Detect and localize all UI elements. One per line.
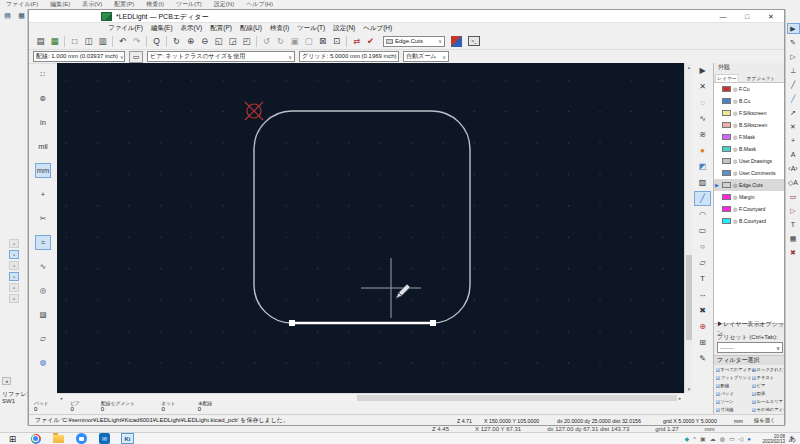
units-mils-icon[interactable]: mil: [35, 139, 51, 154]
checkbox-checked-icon[interactable]: ☑: [752, 383, 756, 388]
bg-tool-icon[interactable]: ▫: [9, 250, 19, 259]
via-size-select[interactable]: ビア: ネットクラスのサイズを使用∨: [147, 51, 295, 62]
place-symbol-icon[interactable]: ▷: [787, 51, 800, 62]
menu-item[interactable]: 表示(V): [177, 24, 207, 33]
net-label-icon[interactable]: A: [787, 149, 800, 160]
bluetooth-icon[interactable]: ●: [747, 436, 751, 442]
layer-fcu[interactable]: ▶ ◎ F.Cu: [714, 83, 785, 95]
filter-checkbox[interactable]: ☑ロックされたアイテム: [752, 367, 778, 373]
volume-icon[interactable]: ◁: [739, 435, 744, 442]
layer-display-options-toggle[interactable]: ▶レイヤー表示オプション: [714, 323, 785, 333]
bg-menu-item[interactable]: 表示(V): [76, 0, 108, 9]
zoom-out-icon[interactable]: ⊖: [198, 35, 211, 48]
visibility-eye-icon[interactable]: ◎: [733, 158, 737, 164]
sketch-vias-icon[interactable]: ◎: [35, 283, 51, 298]
bg-menu-item[interactable]: 配置(P): [108, 0, 140, 9]
bg-scroll-arrow[interactable]: ◂: [2, 377, 11, 385]
taskbar-file-explorer[interactable]: [52, 433, 65, 444]
group-icon[interactable]: ▣: [288, 35, 301, 48]
minimize-button[interactable]: —: [718, 13, 728, 20]
visibility-eye-icon[interactable]: ◎: [733, 98, 737, 104]
layer-bsilkscreen[interactable]: ▶ ◎ B.Silkscreen: [714, 119, 785, 131]
layer-color-swatch[interactable]: [722, 182, 731, 188]
checkbox-checked-icon[interactable]: ☑: [752, 399, 756, 404]
zone-outline-icon[interactable]: ▱: [35, 331, 51, 346]
layer-userdrawings[interactable]: ▶ ◎ User.Drawings: [714, 155, 785, 167]
display-icon[interactable]: ▭: [729, 435, 735, 442]
menu-item[interactable]: ファイル(F): [104, 24, 147, 33]
rotate-ccw-icon[interactable]: ↺: [260, 35, 273, 48]
microphone-icon[interactable]: ◍: [720, 435, 725, 442]
layer-fcourtyard[interactable]: ▶ ◎ F.Courtyard: [714, 203, 785, 215]
add-zone-icon[interactable]: ▨: [694, 175, 711, 190]
layer-edgecuts[interactable]: ▶ ◎ Edge.Cuts: [714, 179, 785, 191]
checkbox-checked-icon[interactable]: ☑: [752, 375, 756, 380]
visibility-eye-icon[interactable]: ◎: [733, 122, 737, 128]
global-label-icon[interactable]: ‹A›: [787, 163, 800, 174]
taskbar-chrome[interactable]: [29, 433, 42, 444]
separator[interactable]: [64, 36, 65, 47]
menu-item[interactable]: 編集(E): [147, 24, 177, 33]
rotate-cw-icon[interactable]: ↻: [274, 35, 287, 48]
menu-item[interactable]: 設定(N): [329, 24, 359, 33]
bg-menu-item[interactable]: 検査(I): [140, 0, 170, 9]
toggle-grid-icon[interactable]: ∷: [35, 67, 51, 82]
save-icon[interactable]: ▤: [2, 11, 13, 21]
filter-checkbox[interactable]: ☑テキスト: [752, 375, 778, 381]
teams-icon[interactable]: ◆: [685, 435, 690, 442]
visibility-eye-icon[interactable]: ◎: [733, 218, 737, 224]
tune-length-icon[interactable]: ●: [694, 143, 711, 158]
add-footprint-icon[interactable]: ◩: [694, 159, 711, 174]
separator[interactable]: [346, 36, 347, 47]
undo-icon[interactable]: ↶: [116, 35, 129, 48]
hierarchical-label-icon[interactable]: ◇A: [787, 177, 800, 188]
curved-ratsnest-icon[interactable]: ≈: [35, 235, 51, 250]
wire-to-bus-entry-icon[interactable]: ↗: [787, 107, 800, 118]
units-mm-icon[interactable]: mm: [35, 163, 51, 178]
bg-tool-icon[interactable]: ▫: [9, 261, 19, 270]
plot-icon[interactable]: ▥: [96, 35, 109, 48]
scroll-right-icon[interactable]: ▸: [676, 394, 684, 402]
filter-checkbox[interactable]: ☑ルールエリア: [752, 399, 778, 405]
layer-color-swatch[interactable]: [722, 86, 731, 92]
endpoint-handle[interactable]: [289, 320, 295, 326]
local-ratsnest-icon[interactable]: ✕: [694, 79, 711, 94]
place-image-icon[interactable]: ▦: [787, 233, 800, 244]
zone-filled-icon[interactable]: ▨: [35, 307, 51, 322]
select-arrow-icon[interactable]: ▶: [694, 63, 711, 78]
measure-icon[interactable]: ✎: [694, 351, 711, 366]
clipboard-icon[interactable]: ▣: [700, 435, 706, 442]
checkbox-checked-icon[interactable]: ☑: [752, 367, 756, 372]
bg-menu-item[interactable]: ヘルプ(H): [240, 0, 279, 9]
draw-wire-icon[interactable]: ╱: [787, 79, 800, 90]
visibility-eye-icon[interactable]: ◎: [733, 134, 737, 140]
ime-indicator[interactable]: あ: [789, 434, 796, 444]
menu-item[interactable]: ヘルプ(H): [359, 24, 396, 33]
select-arrow-icon[interactable]: ▶: [787, 23, 800, 34]
interactive-drag-icon[interactable]: ◌: [694, 95, 711, 110]
layer-color-swatch[interactable]: [722, 218, 731, 224]
hide-ratsnest-icon[interactable]: ✂: [35, 211, 51, 226]
track-width-select[interactable]: 配線: 1.000 mm (0.03937 inch)∨: [33, 51, 125, 62]
menu-item[interactable]: ツール(T): [293, 24, 329, 33]
bg-menu-item[interactable]: 設定(N): [208, 0, 240, 9]
draw-line-icon[interactable]: ╱: [694, 191, 711, 206]
checkbox-checked-icon[interactable]: ☑: [716, 383, 720, 388]
draw-arc-icon[interactable]: ◠: [694, 207, 711, 222]
layer-bcu[interactable]: ▶ ◎ B.Cu: [714, 95, 785, 107]
high-contrast-icon[interactable]: ◍: [35, 355, 51, 370]
filter-checkbox[interactable]: ☑図形: [752, 391, 778, 397]
zoom-objects-icon[interactable]: ◰: [240, 35, 253, 48]
menu-item[interactable]: 検査(I): [266, 24, 293, 33]
checkbox-checked-icon[interactable]: ☑: [716, 391, 720, 396]
add-dimension-icon[interactable]: ↔: [694, 287, 711, 302]
pcb-canvas[interactable]: [57, 63, 684, 393]
checkbox-checked-icon[interactable]: ☑: [752, 391, 756, 396]
bg-menu-item[interactable]: ツール(T): [170, 0, 208, 9]
bg-menu-item[interactable]: ファイル(F): [0, 0, 44, 9]
draw-bus-icon[interactable]: ╱: [787, 93, 800, 104]
layer-bcourtyard[interactable]: ▶ ◎ B.Courtyard: [714, 215, 785, 227]
layer-color-swatch[interactable]: [722, 170, 731, 176]
layer-pair-icon[interactable]: [451, 36, 462, 47]
route-tracks-icon[interactable]: ∿: [694, 111, 711, 126]
